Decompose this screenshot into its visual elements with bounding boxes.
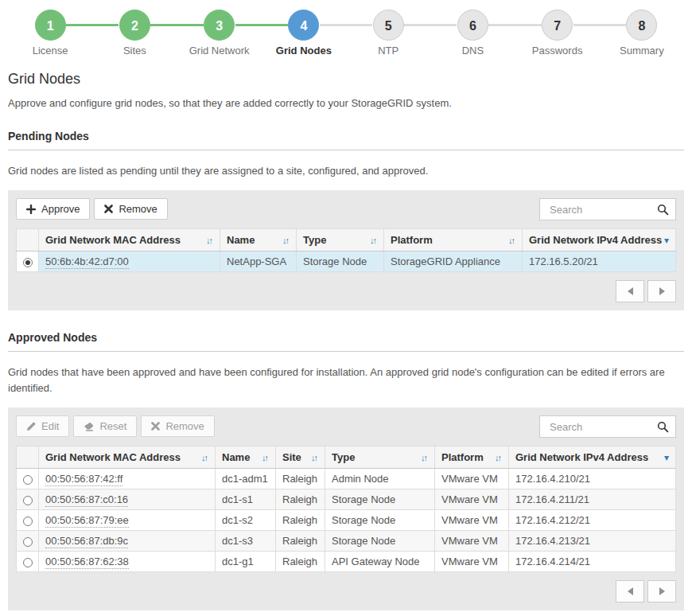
wizard-step-dns[interactable]: 6DNS: [430, 10, 515, 57]
column-header-name[interactable]: Name↓↑: [216, 446, 276, 469]
column-header-type[interactable]: Type↓↑: [297, 229, 384, 251]
cell-mac: 00:50:56:87:c0:16: [39, 489, 216, 510]
step-connector: [573, 24, 626, 26]
cell-type: Admin Node: [325, 469, 435, 489]
radio-button[interactable]: [23, 258, 33, 267]
previous-page-button[interactable]: [616, 280, 644, 302]
remove-pending-button[interactable]: Remove: [94, 198, 167, 220]
mac-address-text: 00:50:56:87:79:ee: [45, 514, 129, 528]
chevron-down-icon: ▾: [664, 452, 669, 463]
wizard-step-ntp[interactable]: 5NTP: [346, 10, 430, 57]
cell-platform: VMware VM: [435, 531, 509, 552]
step-label: Summary: [600, 45, 684, 57]
radio-button[interactable]: [23, 517, 33, 526]
table-row[interactable]: 50:6b:4b:42:d7:00NetApp-SGAStorage NodeS…: [17, 251, 676, 272]
wizard-stepper: 1License2Sites3Grid Network4Grid Nodes5N…: [8, 10, 684, 57]
column-label: Platform: [391, 234, 433, 246]
edit-button-label: Edit: [41, 420, 59, 432]
wizard-step-grid-network[interactable]: 3Grid Network: [177, 10, 262, 57]
remove-approved-button[interactable]: Remove: [141, 415, 214, 437]
next-page-button[interactable]: [647, 580, 676, 602]
wizard-step-summary[interactable]: 8Summary: [600, 10, 684, 57]
column-label: Site: [282, 451, 301, 463]
table-row[interactable]: 00:50:56:87:c0:16dc1-s1RaleighStorage No…: [17, 489, 676, 510]
page-description: Approve and configure grid nodes, so tha…: [8, 97, 684, 109]
column-header-grid-network-ipv4-address[interactable]: Grid Network IPv4 Address▾: [523, 229, 676, 251]
step-label: Passwords: [515, 45, 600, 57]
radio-button[interactable]: [23, 537, 33, 547]
remove-approved-button-label: Remove: [165, 420, 204, 432]
pending-search-input[interactable]: [548, 203, 657, 216]
table-row[interactable]: 00:50:56:87:db:9cdc1-s3RaleighStorage No…: [17, 531, 676, 552]
column-header-grid-network-mac-address[interactable]: Grid Network MAC Address↓↑: [39, 446, 216, 469]
cell-mac: 00:50:56:87:db:9c: [39, 531, 216, 552]
reset-button[interactable]: Reset: [73, 415, 137, 437]
edit-button[interactable]: Edit: [16, 415, 69, 437]
pending-pagination: [16, 280, 676, 302]
column-label: Grid Network IPv4 Address: [515, 451, 648, 463]
column-header-site[interactable]: Site↓↑: [276, 446, 325, 469]
step-connector: [150, 24, 203, 26]
table-row[interactable]: 00:50:56:87:79:eedc1-s2RaleighStorage No…: [17, 510, 676, 531]
pencil-icon: [26, 422, 36, 431]
radio-button[interactable]: [23, 475, 33, 485]
x-icon: [104, 205, 113, 213]
select-column-header: [17, 229, 39, 251]
wizard-step-grid-nodes[interactable]: 4Grid Nodes: [262, 10, 346, 57]
eraser-icon: [84, 422, 94, 431]
sort-icon: ↓↑: [508, 236, 515, 245]
cell-platform: VMware VM: [435, 552, 509, 572]
approved-search-input[interactable]: [548, 420, 657, 434]
step-label: DNS: [430, 45, 515, 57]
wizard-step-sites[interactable]: 2Sites: [92, 10, 177, 57]
cell-name: NetApp-SGA: [220, 251, 297, 272]
approved-nodes-table: Grid Network MAC Address↓↑Name↓↑Site↓↑Ty…: [16, 446, 676, 572]
previous-page-button[interactable]: [616, 580, 644, 602]
step-label: Sites: [92, 45, 177, 57]
next-page-button[interactable]: [647, 280, 676, 302]
search-icon[interactable]: [657, 204, 669, 216]
column-header-grid-network-mac-address[interactable]: Grid Network MAC Address↓↑: [39, 229, 220, 251]
column-header-type[interactable]: Type↓↑: [325, 446, 435, 469]
column-label: Grid Network MAC Address: [45, 451, 181, 463]
grid-nodes-page: 1License2Sites3Grid Network4Grid Nodes5N…: [0, 0, 692, 616]
column-header-name[interactable]: Name↓↑: [220, 229, 297, 251]
cell-ip: 172.16.4.214/21: [509, 552, 676, 572]
sort-icon: ↓↑: [206, 236, 213, 245]
radio-button[interactable]: [23, 558, 33, 567]
column-label: Grid Network MAC Address: [45, 234, 181, 246]
cell-site: Raleigh: [276, 510, 325, 531]
cell-name: dc1-s3: [216, 531, 276, 552]
cell-type: Storage Node: [297, 251, 384, 272]
column-label: Type: [332, 451, 355, 463]
cell-platform: VMware VM: [435, 489, 509, 510]
wizard-step-license[interactable]: 1License: [8, 10, 92, 57]
mac-address-text: 00:50:56:87:42:ff: [45, 473, 122, 486]
sort-icon: ↓↑: [421, 453, 428, 462]
mac-address-text: 00:50:56:87:62:38: [45, 556, 129, 569]
cell-site: Raleigh: [276, 552, 325, 572]
column-label: Platform: [441, 451, 484, 463]
select-cell: [17, 469, 39, 489]
right-arrow-icon: [659, 587, 665, 595]
x-icon: [151, 422, 160, 431]
column-label: Type: [303, 234, 326, 246]
wizard-step-passwords[interactable]: 7Passwords: [515, 10, 600, 57]
cell-ip: 172.16.4.212/21: [509, 510, 676, 531]
table-row[interactable]: 00:50:56:87:62:38dc1-g1RaleighAPI Gatewa…: [17, 552, 676, 572]
cell-platform: VMware VM: [435, 469, 509, 489]
select-cell: [17, 251, 39, 272]
approved-nodes-description: Grid nodes that have been approved and h…: [8, 365, 684, 396]
select-cell: [17, 489, 39, 510]
search-icon[interactable]: [657, 421, 669, 433]
approved-nodes-panel: Edit Reset Remove: [8, 407, 684, 610]
approve-button[interactable]: Approve: [16, 198, 90, 220]
table-row[interactable]: 00:50:56:87:42:ffdc1-adm1RaleighAdmin No…: [17, 469, 676, 489]
column-header-grid-network-ipv4-address[interactable]: Grid Network IPv4 Address▾: [509, 446, 676, 469]
cell-ip: 172.16.4.211/21: [509, 489, 676, 510]
column-header-platform[interactable]: Platform↓↑: [384, 229, 523, 251]
radio-button[interactable]: [23, 496, 33, 505]
column-header-platform[interactable]: Platform↓↑: [435, 446, 509, 469]
step-connector: [488, 24, 541, 26]
right-arrow-icon: [659, 287, 665, 295]
